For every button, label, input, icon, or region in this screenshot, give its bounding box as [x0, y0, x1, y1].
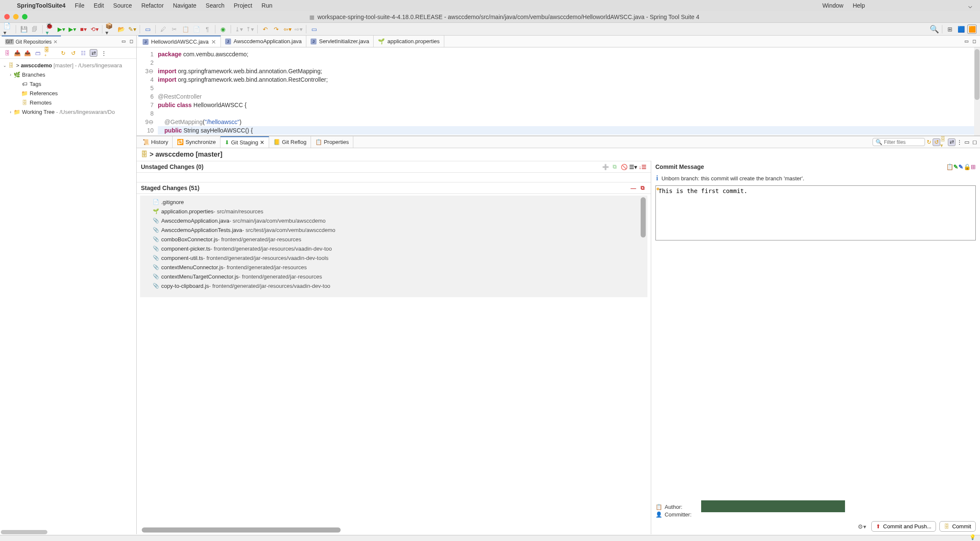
menu-refactor[interactable]: Refactor	[141, 2, 164, 9]
pin-icon[interactable]: ▭	[309, 25, 319, 34]
staged-file-row[interactable]: 📎comboBoxConnector.js - frontend/generat…	[140, 235, 647, 244]
close-icon[interactable]: ✕	[211, 39, 216, 45]
signoff-icon[interactable]: ✎	[953, 163, 958, 170]
menu-source[interactable]: Source	[113, 2, 132, 9]
tab-servletinit[interactable]: J ServletInitializer.java	[306, 36, 374, 47]
staged-file-row[interactable]: 📎contextMenuTargetConnector.js - fronten…	[140, 272, 647, 281]
newclass-icon[interactable]: 📂	[116, 25, 126, 34]
changeid-icon[interactable]: ✎	[958, 163, 963, 170]
preview-icon[interactable]: ⊞	[971, 163, 976, 170]
view-menu-icon[interactable]: ⋮	[100, 49, 107, 57]
tab-properties[interactable]: 📋 Properties	[311, 136, 353, 148]
minimize-icon[interactable]: ▭	[120, 38, 127, 45]
traffic-close[interactable]	[4, 14, 10, 19]
staged-file-row[interactable]: 📎copy-to-clipboard.js - frontend/generat…	[140, 281, 647, 290]
search-icon[interactable]: 🔍	[930, 25, 939, 34]
save-icon[interactable]: 💾	[19, 25, 28, 34]
scrollbar-thumb[interactable]	[641, 197, 646, 237]
filter-files-input[interactable]: 🔍	[873, 138, 925, 146]
prev-icon[interactable]: ⇦▾	[283, 25, 292, 34]
repository-tree[interactable]: ⌄ 🗄 > awsccdemo [master] - /Users/linges…	[0, 59, 136, 118]
amend-icon[interactable]: 📋	[946, 163, 953, 170]
tab-history[interactable]: 📜 History	[138, 136, 173, 148]
staged-file-row[interactable]: 📄.gitignore	[140, 197, 647, 207]
paragraph-icon[interactable]: ¶	[203, 25, 212, 34]
repo-create-icon[interactable]: 📤	[24, 49, 31, 57]
repo-dropdown-icon[interactable]: 🗄▾	[940, 138, 948, 146]
push-icon[interactable]: ⤒▾	[245, 25, 254, 34]
debug-icon[interactable]: 🐞▾	[46, 25, 55, 34]
undo-icon[interactable]: ↺	[69, 49, 77, 57]
refresh-icon[interactable]: ↻	[925, 138, 933, 146]
repo-clone-icon[interactable]: 📥	[14, 49, 21, 57]
bluetooth-icon[interactable]: ⌵	[968, 2, 972, 10]
unstaged-list[interactable]	[137, 173, 651, 182]
menu-run[interactable]: Run	[262, 2, 273, 9]
cut-icon[interactable]: ✂	[170, 25, 179, 34]
app-name[interactable]: SpringToolSuite4	[17, 2, 66, 9]
staged-file-row[interactable]: 📎component-picker.ts - frontend/generate…	[140, 244, 647, 253]
menu-navigate[interactable]: Navigate	[173, 2, 196, 9]
tree-tags[interactable]: · 🏷 Tags	[0, 79, 136, 88]
next-icon[interactable]: ⇨▾	[294, 25, 303, 34]
run-icon[interactable]: ▶▾	[57, 25, 66, 34]
menu-file[interactable]: File	[75, 2, 85, 9]
stage-icon[interactable]: ➕	[602, 163, 609, 171]
toggle-breadcrumb-icon[interactable]: ▭	[143, 25, 152, 34]
filter-input[interactable]	[884, 139, 922, 145]
staged-file-row[interactable]: 📎AwsccdemoApplication.java - src/main/ja…	[140, 216, 647, 225]
traffic-minimize[interactable]	[13, 14, 19, 19]
saveall-icon[interactable]: 🗐	[30, 25, 39, 34]
menu-edit[interactable]: Edit	[94, 2, 104, 9]
staged-file-row[interactable]: 📎AwsccdemoApplicationTests.java - src/te…	[140, 225, 647, 235]
git-perspective-icon[interactable]: 🟧	[967, 25, 977, 34]
code-editor[interactable]: 123⊖456789⊖1011 package com.vembu.awsccd…	[137, 47, 980, 136]
menu-window[interactable]: Window	[822, 2, 843, 9]
maximize-icon[interactable]: ◻	[128, 38, 135, 45]
java-perspective-icon[interactable]: 🟦	[956, 25, 966, 34]
new-icon[interactable]: 📄▾	[3, 25, 13, 34]
mark-icon[interactable]: 🖊	[159, 25, 168, 34]
tab-awsccdemoapp[interactable]: J AwsccdemoApplication.java	[221, 36, 306, 47]
repo-root[interactable]: ⌄ 🗄 > awsccdemo [master] - /Users/linges…	[0, 61, 136, 70]
menu-help[interactable]: Help	[853, 2, 865, 9]
tree-references[interactable]: · 📁 References	[0, 88, 136, 98]
forward-icon[interactable]: ↷	[272, 25, 281, 34]
tree-working-tree[interactable]: › 📁 Working Tree - /Users/lingeswaran/Do	[0, 107, 136, 116]
minimize-icon[interactable]: ▭	[963, 138, 971, 146]
code-area[interactable]: package com.vembu.awsccdemo;import org.s…	[158, 47, 974, 135]
link-icon[interactable]: ⇄	[90, 49, 97, 57]
staged-file-row[interactable]: 📎component-util.ts - frontend/generated/…	[140, 253, 647, 262]
staged-list[interactable]: 📄.gitignore🌱application.properties - src…	[137, 194, 651, 534]
gear-icon[interactable]: ⚙▾	[858, 523, 866, 530]
link-selection-icon[interactable]: ↺	[933, 138, 940, 146]
menu-project[interactable]: Project	[234, 2, 252, 9]
scrollbar-thumb[interactable]	[974, 49, 980, 100]
maximize-icon[interactable]: ◻	[971, 138, 978, 146]
pull-icon[interactable]: ⤓▾	[234, 25, 243, 34]
git-repositories-tab[interactable]: GIT Git Repositories ✕	[2, 36, 61, 47]
repo-add-icon[interactable]: 🗄	[3, 49, 11, 57]
runlast-icon[interactable]: ▶▾	[68, 25, 77, 34]
tab-synchronize[interactable]: 🔁 Synchronize	[173, 136, 220, 148]
newtype-icon[interactable]: ✎▾	[127, 25, 137, 34]
editor-scrollbar[interactable]	[974, 47, 980, 135]
sort2-icon[interactable]: ↓☰	[639, 163, 647, 171]
repo-new-icon[interactable]: 🗃	[34, 49, 41, 57]
stop-icon[interactable]: ■▾	[79, 25, 88, 34]
traffic-zoom[interactable]	[22, 14, 28, 19]
tab-git-reflog[interactable]: 📒 Git Reflog	[269, 136, 311, 148]
presentation-icon[interactable]: 🚫	[620, 163, 628, 171]
stage-all-icon[interactable]: ⧉	[611, 163, 619, 171]
tab-appprops[interactable]: 🌱 application.properties	[374, 36, 444, 47]
hierarchy-icon[interactable]: ☷	[80, 49, 87, 57]
staged-file-row[interactable]: 📎contextMenuConnector.js - frontend/gene…	[140, 262, 647, 272]
sync-icon[interactable]: ↻	[59, 49, 67, 57]
close-icon[interactable]: ✕	[53, 39, 58, 45]
repo-refresh-icon[interactable]: 🗄⁺	[44, 49, 52, 57]
open-perspective-icon[interactable]: ⊞	[945, 25, 955, 34]
scrollbar-thumb[interactable]	[142, 527, 341, 533]
close-icon[interactable]: ✕	[260, 139, 264, 146]
compare-mode-icon[interactable]: ⇄	[948, 138, 955, 146]
commit-button[interactable]: 🗄 Commit	[939, 521, 976, 532]
